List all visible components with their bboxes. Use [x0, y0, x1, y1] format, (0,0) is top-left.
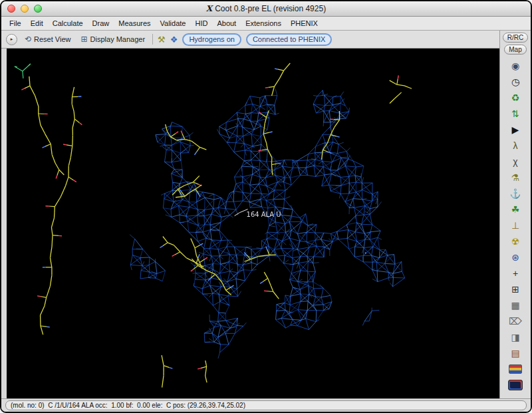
- darkbox-glyph: [508, 380, 523, 390]
- refine-recycle-icon[interactable]: ♻: [507, 90, 524, 105]
- anchor-icon[interactable]: ⚓: [507, 186, 524, 201]
- minimize-button[interactable]: [21, 5, 29, 13]
- chi-angle-icon[interactable]: χ: [507, 154, 524, 169]
- stripes-glyph: [509, 364, 522, 374]
- reset-view-label: Reset View: [34, 35, 70, 43]
- toolbar-overflow-button[interactable]: ▸: [6, 34, 17, 45]
- 3d-viewport: [7, 49, 499, 398]
- axes-icon[interactable]: ⊥: [507, 218, 524, 233]
- view-sphere-icon[interactable]: ◉: [507, 59, 524, 73]
- main-toolbar: ▸ ⟲ Reset View ⊞ Display Manager ⚒ ❖ Hyd…: [1, 31, 499, 49]
- coot-window: XCoot 0.8-pre EL (revision 4925) FileEdi…: [0, 0, 532, 413]
- reset-view-button[interactable]: ⟲ Reset View: [22, 33, 74, 45]
- title-bar: XCoot 0.8-pre EL (revision 4925): [1, 1, 531, 17]
- plus-box-icon[interactable]: ⊞: [507, 282, 524, 297]
- radiation-icon[interactable]: ☢: [507, 234, 524, 249]
- display-manager-icon: ⊞: [81, 35, 88, 44]
- map-button[interactable]: Map: [504, 45, 526, 55]
- swap-arrows-icon[interactable]: ⇅: [507, 106, 524, 121]
- menu-edit[interactable]: Edit: [26, 18, 48, 29]
- side-icon-strip: ◉◷♻⇅▶λχ⚗⚓☘⊥☢⊛+⊞▦⌦◨▤: [500, 59, 531, 398]
- toolbar-separator: [152, 34, 153, 45]
- menu-file[interactable]: File: [5, 18, 26, 29]
- menu-measures[interactable]: Measures: [114, 18, 155, 29]
- menu-calculate[interactable]: Calculate: [48, 18, 88, 29]
- lambda-icon[interactable]: λ: [507, 138, 524, 153]
- status-bar: (mol. no: 0) C /1/U/164 ALA occ: 1.00 bf…: [1, 398, 531, 412]
- menu-extensions[interactable]: Extensions: [241, 18, 286, 29]
- display-manager-label: Display Manager: [90, 35, 146, 43]
- measure-tool-icon[interactable]: ⚒: [158, 35, 166, 45]
- rrc-button[interactable]: R/RC: [503, 33, 528, 43]
- display-manager-button[interactable]: ⊞ Display Manager: [78, 33, 148, 45]
- window-controls: [1, 5, 42, 13]
- menu-validate[interactable]: Validate: [156, 18, 191, 29]
- zoom-button[interactable]: [34, 5, 42, 13]
- menu-draw[interactable]: Draw: [88, 18, 114, 29]
- trash-icon[interactable]: ⌦: [507, 314, 524, 329]
- crosshair-icon[interactable]: +: [507, 266, 524, 281]
- flask-icon[interactable]: ⚗: [507, 170, 524, 185]
- close-button[interactable]: [7, 5, 15, 13]
- clock-icon[interactable]: ◷: [507, 74, 524, 89]
- left-column: ▸ ⟲ Reset View ⊞ Display Manager ⚒ ❖ Hyd…: [1, 31, 499, 398]
- atom-icon[interactable]: ⊛: [507, 250, 524, 265]
- reset-view-icon: ⟲: [25, 35, 31, 44]
- grid-icon[interactable]: ▦: [507, 298, 524, 313]
- content-row: ▸ ⟲ Reset View ⊞ Display Manager ⚒ ❖ Hyd…: [1, 31, 531, 398]
- rows-icon[interactable]: ▤: [507, 346, 524, 360]
- play-icon[interactable]: ▶: [507, 122, 524, 137]
- menu-hid[interactable]: HID: [190, 18, 212, 29]
- x11-icon: X: [206, 4, 212, 13]
- molecular-canvas[interactable]: [7, 49, 499, 398]
- leaf-icon[interactable]: ☘: [507, 202, 524, 217]
- window-title: XCoot 0.8-pre EL (revision 4925): [1, 4, 531, 13]
- status-text: (mol. no: 0) C /1/U/164 ALA occ: 1.00 bf…: [5, 400, 527, 410]
- menu-about[interactable]: About: [212, 18, 241, 29]
- menu-phenix[interactable]: PHENIX: [286, 18, 323, 29]
- half-box-icon[interactable]: ◨: [507, 330, 524, 344]
- display-box-icon[interactable]: [507, 378, 524, 392]
- right-panel: R/RC Map ◉◷♻⇅▶λχ⚗⚓☘⊥☢⊛+⊞▦⌦◨▤: [499, 31, 531, 398]
- phenix-connection-button[interactable]: Connected to PHENIX: [246, 33, 332, 46]
- window-title-text: Coot 0.8-pre EL (revision 4925): [215, 4, 326, 13]
- hydrogens-toggle-button[interactable]: Hydrogens on: [182, 33, 241, 46]
- go-to-atom-icon[interactable]: ❖: [170, 35, 178, 45]
- menu-bar: FileEditCalculateDrawMeasuresValidateHID…: [1, 17, 531, 31]
- color-stripes-icon[interactable]: [507, 362, 524, 376]
